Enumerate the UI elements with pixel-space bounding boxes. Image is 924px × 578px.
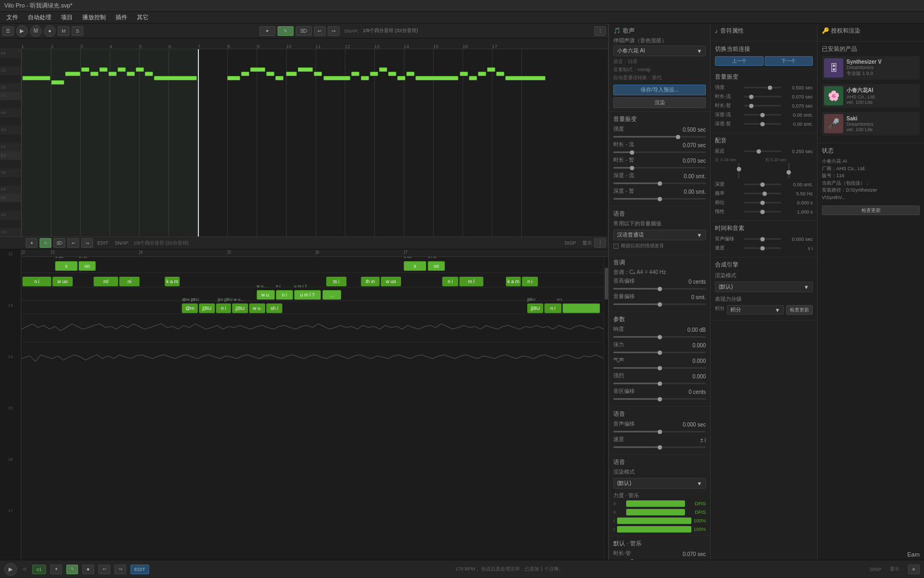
pb-ni4[interactable]: n i: [522, 277, 538, 286]
note-block[interactable]: [286, 72, 297, 76]
pb-j2[interactable]: j|BU: [199, 303, 215, 313]
note-block[interactable]: [90, 72, 98, 76]
note-block[interactable]: [109, 72, 117, 76]
note-time-up-slider[interactable]: [744, 96, 781, 97]
loudness-slider[interactable]: [613, 336, 706, 338]
note-block[interactable]: [241, 72, 249, 76]
note-grid[interactable]: [21, 49, 608, 237]
note-block[interactable]: [496, 72, 504, 76]
check-update-btn[interactable]: 检查更新: [822, 206, 920, 215]
menu-toggle[interactable]: ☰: [2, 26, 14, 36]
phoneme-undo[interactable]: ↩: [67, 238, 79, 248]
pb-jiBU3[interactable]: j|BU: [527, 303, 543, 313]
reverb-delay-slider[interactable]: [744, 150, 781, 152]
note-block[interactable]: [406, 72, 414, 76]
note-block[interactable]: [51, 80, 64, 85]
engine-mode-dropdown[interactable]: (默认) ▼: [715, 282, 813, 292]
menu-plugin[interactable]: 插件: [111, 12, 132, 22]
note-block[interactable]: [118, 67, 126, 72]
menu-auto[interactable]: 自动处理: [24, 12, 56, 22]
pb-uml[interactable]: u m l 7: [294, 290, 321, 300]
earn-button[interactable]: Earn: [903, 549, 924, 560]
depth-up-slider[interactable]: [613, 182, 706, 184]
pb-ni[interactable]: n i: [22, 277, 51, 286]
note-block[interactable]: [250, 67, 265, 72]
sb-close[interactable]: ✕: [908, 565, 920, 574]
note-block[interactable]: [351, 72, 359, 76]
speed-slider[interactable]: [613, 446, 706, 448]
voicing-slider[interactable]: [613, 383, 706, 384]
note-block[interactable]: [324, 76, 350, 80]
render-check-btn[interactable]: 检查更新: [786, 305, 813, 315]
pb-ni-r2[interactable]: n i: [276, 290, 293, 300]
tool-draw[interactable]: ✎: [278, 26, 294, 36]
note-block[interactable]: [460, 72, 468, 76]
note-block[interactable]: [136, 67, 144, 72]
phoneme-tool-3[interactable]: ⌦: [53, 238, 65, 248]
menu-project[interactable]: 项目: [57, 12, 77, 22]
metronome-btn[interactable]: M: [30, 25, 42, 37]
note-block[interactable]: [227, 76, 240, 80]
pb-ml2[interactable]: m l: [459, 277, 483, 286]
sb-draw[interactable]: ✎: [66, 565, 78, 574]
breathiness-slider[interactable]: [613, 367, 706, 369]
pb-wuo2[interactable]: w uo: [381, 277, 401, 286]
note-block[interactable]: [361, 76, 369, 80]
auto-emotion-checkbox[interactable]: [613, 244, 619, 249]
pb-wu[interactable]: w u.: [257, 290, 275, 300]
note-block[interactable]: [65, 72, 80, 76]
gender-slider[interactable]: [613, 398, 706, 400]
note-block[interactable]: [275, 76, 283, 80]
note-block[interactable]: [154, 76, 197, 80]
note-depth-up-slider[interactable]: [744, 114, 781, 116]
pb-small1[interactable]: ...: [322, 290, 341, 300]
edit-undo[interactable]: ↩: [314, 26, 326, 36]
pb-shi[interactable]: sh i: [266, 303, 282, 313]
time-up-slider[interactable]: [613, 151, 706, 153]
sb-tool3[interactable]: ■: [82, 565, 94, 574]
render-btn[interactable]: 渲染: [613, 97, 706, 108]
note-time-down-slider[interactable]: [744, 105, 781, 107]
phoneme-uo[interactable]: uo: [79, 261, 96, 271]
sb-edit[interactable]: EDIT: [130, 565, 149, 574]
edit-redo[interactable]: ↪: [328, 26, 340, 36]
tone-lang-dropdown[interactable]: 汉语普通话 ▼: [613, 230, 706, 240]
menu-playback[interactable]: 播放控制: [78, 12, 110, 22]
phoneme-uo2[interactable]: uo: [428, 261, 445, 271]
note-depth-down-slider[interactable]: [744, 123, 781, 125]
phoneme-s[interactable]: s: [55, 261, 78, 271]
reverb-depth-slider[interactable]: [744, 184, 781, 185]
pb-jiBU[interactable]: @m: [182, 303, 198, 313]
onset-slider[interactable]: [613, 431, 706, 432]
pb-ml[interactable]: ml: [94, 277, 118, 286]
engine-dropdown[interactable]: (默认) ▼: [613, 478, 706, 489]
note-block[interactable]: [266, 72, 274, 76]
save-preset-btn[interactable]: 保存/导入预设...: [613, 85, 706, 95]
note-block[interactable]: [99, 67, 107, 72]
note-block[interactable]: [505, 76, 545, 80]
note-block[interactable]: [415, 76, 458, 80]
note-block[interactable]: [379, 67, 387, 72]
phoneme-canvas[interactable]: |2 |3 |4 |5 |6 |7: [21, 249, 608, 560]
speed-slider-note[interactable]: [744, 247, 781, 249]
pb-kam[interactable]: k a m: [165, 277, 180, 286]
inertia-slider[interactable]: [744, 211, 781, 212]
score-dropdown[interactable]: 积分 ▼: [727, 305, 784, 315]
singer-dropdown[interactable]: 小春六花 AI ▼: [613, 45, 706, 56]
tool-erase[interactable]: ⌦: [296, 26, 312, 36]
menu-file[interactable]: 文件: [2, 12, 22, 22]
pb-ni5[interactable]: n i: [216, 303, 231, 313]
note-block[interactable]: [22, 76, 50, 80]
note-block[interactable]: [388, 72, 396, 76]
freq-slider[interactable]: [744, 193, 781, 194]
sb-redo[interactable]: ↪: [114, 565, 126, 574]
loop-toggle[interactable]: x1: [32, 565, 46, 574]
transpose-slider[interactable]: [613, 288, 706, 290]
vibrato-depth-slider[interactable]: [613, 303, 706, 305]
sb-undo[interactable]: ↩: [98, 565, 110, 574]
pb-thin[interactable]: th in: [361, 277, 380, 286]
phoneme-redo[interactable]: ↪: [81, 238, 93, 248]
pb-ni3[interactable]: n i: [442, 277, 458, 286]
note-block[interactable]: [81, 67, 89, 72]
pb-tsi[interactable]: ts i: [326, 277, 346, 286]
